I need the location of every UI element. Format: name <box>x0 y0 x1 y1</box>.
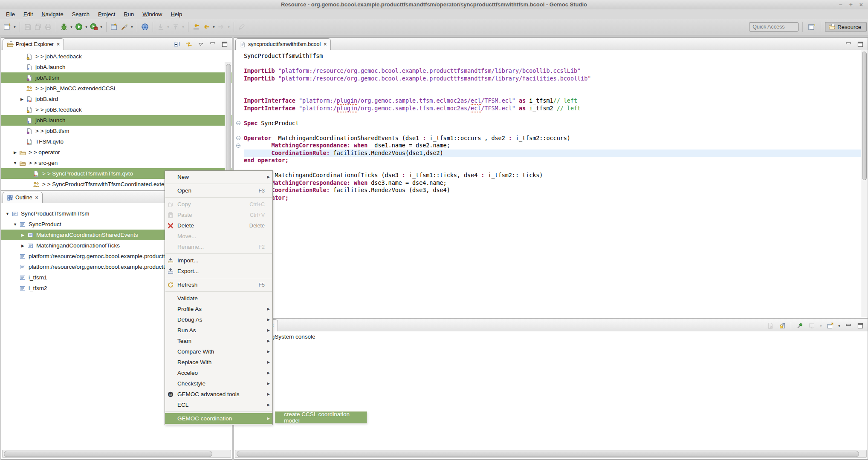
context-menu-item-run-as[interactable]: Run As▶ <box>165 325 272 336</box>
back-button[interactable] <box>201 22 211 32</box>
link-with-editor-button[interactable] <box>184 39 194 49</box>
code-area[interactable]: SyncProductTfsmwithTfsmImportLib "platfo… <box>244 52 861 201</box>
context-menu-item-profile-as[interactable]: Profile As▶ <box>165 304 272 314</box>
open-console-dropdown-icon[interactable]: ▼ <box>837 325 842 328</box>
tree-item-joba-launch[interactable]: ?jobA.launch <box>1 62 232 72</box>
code-line[interactable]: CoordinationRule: facilities.RendezVous … <box>244 187 861 194</box>
code-line[interactable]: SyncProductTfsmwithTfsm <box>244 52 861 60</box>
open-perspective-icon[interactable]: + <box>807 22 817 32</box>
fold-collapse-icon[interactable] <box>236 144 240 148</box>
pin-console-button[interactable] <box>795 321 805 331</box>
tree-item-joba-tfsm[interactable]: jobA.tfsm <box>1 72 232 83</box>
menu-navigate[interactable]: Navigate <box>37 11 67 18</box>
context-menu-item-acceleo[interactable]: Acceleo▶ <box>165 368 272 378</box>
code-line[interactable]: ImportInterface "platform:/plugin/org.ge… <box>244 97 861 105</box>
tree-item-tfsm-qvto[interactable]: TFSM.qvto <box>1 136 232 147</box>
tree-item-jobb-launch[interactable]: ?jobB.launch <box>1 115 232 126</box>
code-line[interactable]: ImportLib "platform:/resource/org.gemoc.… <box>244 75 861 83</box>
code-line[interactable] <box>244 112 861 120</box>
code-line[interactable] <box>244 82 861 90</box>
code-line[interactable]: ImportInterface "platform:/plugin/org.ge… <box>244 105 861 112</box>
tree-item-jobb-feedback[interactable]: > > jobB.feedback <box>1 104 232 115</box>
collapsed-arrow-icon[interactable]: ▶ <box>19 233 26 237</box>
context-menu-item-open[interactable]: OpenF3 <box>165 185 272 196</box>
new-wizard-button[interactable]: + <box>2 22 12 32</box>
maximize-view-button[interactable] <box>220 39 230 49</box>
menu-file[interactable]: File <box>2 11 19 18</box>
code-line[interactable]: MatchingCorrespondance: when dse1.name =… <box>244 142 861 150</box>
context-menu-item-replace-with[interactable]: Replace With▶ <box>165 357 272 368</box>
tree-item-operator[interactable]: ▶> > operator <box>1 147 232 158</box>
collapsed-arrow-icon[interactable]: ▶ <box>18 97 26 101</box>
code-line[interactable]: end operator; <box>244 157 861 164</box>
run-external-button[interactable] <box>89 22 99 32</box>
external-tools-button[interactable] <box>119 22 130 32</box>
run-button[interactable] <box>74 22 84 32</box>
close-icon[interactable]: × <box>35 195 38 201</box>
horizontal-scrollbar[interactable] <box>235 450 867 458</box>
editor-overview-ruler[interactable] <box>861 50 867 317</box>
code-line[interactable]: CoordinationRule: facilities.RendezVous(… <box>244 150 861 157</box>
context-menu-item-validate[interactable]: Validate <box>165 293 272 304</box>
resource-perspective-button[interactable]: Resource <box>825 22 867 32</box>
window-maximize-button[interactable]: + <box>849 0 853 9</box>
last-edit-location-button[interactable] <box>191 22 201 32</box>
tree-item-joba-feedback[interactable]: > > jobA.feedback <box>1 51 232 62</box>
code-line[interactable] <box>244 60 861 68</box>
context-menu-item-refresh[interactable]: RefreshF5 <box>165 279 272 290</box>
minimize-view-button[interactable] <box>208 39 218 49</box>
context-menu-item-compare-with[interactable]: Compare With▶ <box>165 346 272 357</box>
menu-window[interactable]: Window <box>138 11 166 18</box>
external-tools-dropdown-icon[interactable]: ▼ <box>130 26 134 29</box>
code-line[interactable] <box>244 164 861 172</box>
expanded-arrow-icon[interactable]: ▼ <box>4 212 11 216</box>
menu-help[interactable]: Help <box>166 11 186 18</box>
close-icon[interactable]: × <box>324 41 327 47</box>
new-gemoc-project-button[interactable]: + <box>109 22 119 32</box>
fold-collapse-icon[interactable] <box>236 121 240 125</box>
horizontal-scrollbar[interactable] <box>2 450 231 458</box>
context-menu-item-import[interactable]: Import... <box>165 255 272 266</box>
scroll-lock-button[interactable] <box>777 321 787 331</box>
collapsed-arrow-icon[interactable]: ▶ <box>12 150 19 155</box>
code-line[interactable]: end operator; <box>244 194 861 202</box>
menu-search[interactable]: Search <box>68 11 94 18</box>
run-dropdown-icon[interactable]: ▼ <box>84 26 89 29</box>
scrollbar-thumb[interactable] <box>226 64 231 173</box>
context-menu-item-export[interactable]: Export... <box>165 266 272 276</box>
code-line[interactable]: MatchingCorrespondance: when dse3.name =… <box>244 179 861 187</box>
tree-item-jobb-mocc-extendedccsl[interactable]: > > jobB_MoCC.extendedCCSL <box>1 83 232 94</box>
close-icon[interactable]: × <box>57 41 60 47</box>
web-browser-button[interactable] <box>140 22 150 32</box>
context-menu-item-delete[interactable]: DeleteDelete <box>165 220 272 231</box>
minimize-view-button[interactable] <box>843 39 854 49</box>
context-menu-item-ecl[interactable]: ECL▶ <box>165 400 272 410</box>
debug-button[interactable] <box>59 22 69 32</box>
code-line[interactable] <box>244 127 861 135</box>
tree-item-src-gen[interactable]: ▼> > src-gen <box>1 158 232 168</box>
scrollbar-thumb[interactable] <box>237 451 859 457</box>
menu-run[interactable]: Run <box>119 11 138 18</box>
fold-collapse-icon[interactable] <box>236 136 240 140</box>
view-menu-button[interactable] <box>196 39 206 49</box>
tab-project-explorer[interactable]: Project Explorer × <box>3 38 64 50</box>
menu-project[interactable]: Project <box>94 11 119 18</box>
code-line[interactable]: Spec SyncProduct <box>244 120 861 127</box>
context-menu-item-new[interactable]: New▶ <box>165 172 272 182</box>
maximize-view-button[interactable] <box>855 321 865 331</box>
editor-content[interactable]: SyncProductTfsmwithTfsmImportLib "platfo… <box>234 50 861 318</box>
window-close-button[interactable]: × <box>859 0 863 9</box>
window-minimize-button[interactable]: − <box>839 0 842 9</box>
expanded-arrow-icon[interactable]: ▼ <box>12 161 19 165</box>
code-line[interactable] <box>244 90 861 98</box>
run-external-dropdown-icon[interactable]: ▼ <box>99 26 104 29</box>
maximize-view-button[interactable] <box>855 39 865 49</box>
new-wizard-dropdown-icon[interactable]: ▼ <box>12 26 17 29</box>
minimize-view-button[interactable] <box>843 321 854 331</box>
scrollbar-thumb[interactable] <box>862 52 867 180</box>
code-line[interactable]: Operator MatchingandCoordinationofTicks … <box>244 172 861 179</box>
code-line[interactable]: ImportLib "platform:/resource/org.gemoc.… <box>244 67 861 75</box>
tree-item-jobb-aird[interactable]: ▶jobB.aird <box>1 94 232 104</box>
collapsed-arrow-icon[interactable]: ▶ <box>19 244 26 248</box>
context-menu-item-checkstyle[interactable]: Checkstyle▶ <box>165 378 272 389</box>
